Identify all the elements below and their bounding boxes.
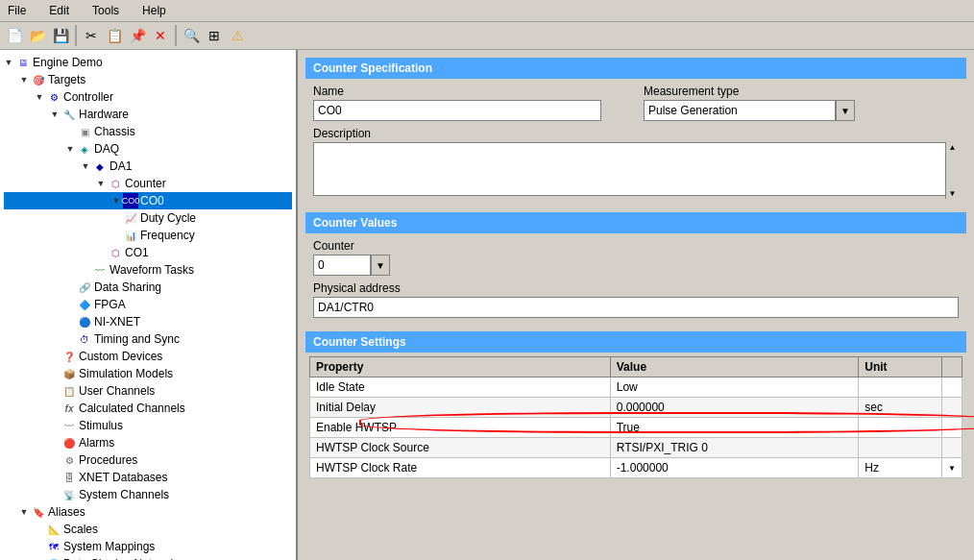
tree-item-alarms[interactable]: ▶ 🔴 Alarms bbox=[4, 434, 292, 451]
tree-item-simulationmodels[interactable]: ▶ 📦 Simulation Models bbox=[4, 365, 292, 382]
tree-item-dutycycle[interactable]: ▶ 📈 Duty Cycle bbox=[4, 209, 292, 227]
tree-label: Simulation Models bbox=[79, 367, 173, 380]
tree-item-hardware[interactable]: ▼ 🔧 Hardware bbox=[4, 106, 292, 123]
paste-button[interactable]: 📌 bbox=[127, 25, 148, 46]
tree-item-procedures[interactable]: ▶ ⚙ Procedures bbox=[4, 451, 292, 469]
tree-item-datasharingnetwork[interactable]: ▶ 🌐 Data Sharing Network bbox=[4, 555, 292, 560]
tree-item-engine-demo[interactable]: ▼ 🖥 Engine Demo bbox=[4, 54, 292, 71]
target-icon: 🎯 bbox=[31, 72, 46, 87]
counter-icon: ⬡ bbox=[108, 176, 123, 191]
tree-item-da1[interactable]: ▼ ◆ DA1 bbox=[4, 158, 292, 175]
physical-address-input[interactable] bbox=[313, 297, 959, 318]
tree-item-co1[interactable]: ▶ ⬡ CO1 bbox=[4, 244, 292, 261]
tree-item-customdevices[interactable]: ▶ ❓ Custom Devices bbox=[4, 348, 292, 365]
find-button[interactable]: 🔍 bbox=[181, 25, 202, 46]
value-cell: RTSI/PXI_TRIG 0 bbox=[610, 438, 859, 458]
tree-label: NI-XNET bbox=[94, 315, 140, 329]
tree-item-scales[interactable]: ▶ 📐 Scales bbox=[4, 521, 292, 538]
tree-item-timingsync[interactable]: ▶ ⏱ Timing and Sync bbox=[4, 330, 292, 348]
tree-label: Targets bbox=[48, 73, 85, 86]
physical-address-group: Physical address bbox=[313, 281, 959, 318]
counter-field-group: Counter ▼ bbox=[313, 239, 959, 276]
tree-label: XNET Databases bbox=[79, 471, 168, 484]
tree-item-calculatedchannels[interactable]: ▶ fx Calculated Channels bbox=[4, 400, 292, 417]
tree-label: Aliases bbox=[48, 505, 85, 519]
tree-item-frequency[interactable]: ▶ 📊 Frequency bbox=[4, 227, 292, 244]
menu-tools[interactable]: Tools bbox=[88, 2, 123, 19]
menu-help[interactable]: Help bbox=[138, 2, 170, 19]
menu-file[interactable]: File bbox=[4, 2, 30, 19]
measurement-type-input[interactable] bbox=[644, 100, 836, 121]
table-row[interactable]: Initial Delay 0.000000 sec bbox=[310, 398, 962, 418]
counter-dropdown-btn[interactable]: ▼ bbox=[371, 255, 390, 276]
open-button[interactable]: 📂 bbox=[27, 25, 48, 46]
tree-item-datasharing[interactable]: ▶ 🔗 Data Sharing bbox=[4, 279, 292, 296]
tree-label: Frequency bbox=[140, 229, 195, 242]
alarms-icon: 🔴 bbox=[61, 435, 77, 450]
new-button[interactable]: 📄 bbox=[4, 25, 25, 46]
name-input[interactable] bbox=[313, 100, 601, 121]
tree-item-userchannels[interactable]: ▶ 📋 User Channels bbox=[4, 382, 292, 400]
cut-button[interactable]: ✂ bbox=[81, 25, 102, 46]
tree-item-waveformtasks[interactable]: ▶ 〰 Waveform Tasks bbox=[4, 261, 292, 279]
scroll-up-arrow[interactable]: ▲ bbox=[949, 143, 957, 152]
menu-edit[interactable]: Edit bbox=[45, 2, 73, 19]
tree-item-systemmappings[interactable]: ▶ 🗺 System Mappings bbox=[4, 538, 292, 555]
tree-item-nixnet[interactable]: ▶ 🔵 NI-XNET bbox=[4, 313, 292, 330]
physical-address-label: Physical address bbox=[313, 281, 959, 295]
expand-arrow: ▼ bbox=[65, 144, 75, 154]
expand-arrow: ▼ bbox=[19, 75, 29, 85]
tree-label: Custom Devices bbox=[79, 350, 162, 363]
table-row-enable-hwtsp[interactable]: Enable HWTSP True bbox=[310, 418, 962, 438]
name-field-group: Name bbox=[313, 85, 628, 121]
expand-arrow: ▼ bbox=[96, 179, 106, 188]
expand-arrow: ▼ bbox=[111, 196, 121, 206]
counter-values-section: Counter Values Counter ▼ Physical addres… bbox=[305, 212, 966, 324]
counter-settings-header: Counter Settings bbox=[305, 331, 966, 353]
grid-button[interactable]: ⊞ bbox=[204, 25, 225, 46]
description-textarea[interactable] bbox=[313, 142, 959, 196]
property-cell: Idle State bbox=[310, 377, 611, 398]
tree-item-targets[interactable]: ▼ 🎯 Targets bbox=[4, 71, 292, 88]
delete-button[interactable]: ✕ bbox=[150, 25, 171, 46]
expand-arrow: ▼ bbox=[35, 92, 44, 102]
tree-item-aliases[interactable]: ▼ 🔖 Aliases bbox=[4, 503, 292, 521]
table-row[interactable]: HWTSP Clock Rate -1.000000 Hz ▼ bbox=[310, 458, 962, 478]
tree-item-stimulus[interactable]: ▶ 〰 Stimulus bbox=[4, 417, 292, 434]
computer-icon: 🖥 bbox=[15, 55, 31, 70]
tree-item-fpga[interactable]: ▶ 🔷 FPGA bbox=[4, 296, 292, 313]
value-cell: Low bbox=[610, 377, 859, 398]
table-scroll-down-arrow[interactable]: ▼ bbox=[948, 464, 956, 473]
value-cell: -1.000000 bbox=[610, 458, 859, 478]
warning-button[interactable]: ⚠ bbox=[227, 25, 248, 46]
measurement-type-select-wrap: ▼ bbox=[644, 100, 959, 121]
tree-label: Procedures bbox=[79, 453, 137, 467]
tree-item-chassis[interactable]: ▶ ▣ Chassis bbox=[4, 123, 292, 140]
tree-item-co0[interactable]: ▼ CO0 CO0 bbox=[4, 192, 292, 209]
unit-cell bbox=[859, 438, 942, 458]
frequency-icon: 📊 bbox=[123, 228, 138, 243]
description-scrollbar[interactable]: ▲ ▼ bbox=[945, 142, 959, 199]
property-cell: Initial Delay bbox=[310, 398, 611, 418]
tree-item-controller[interactable]: ▼ ⚙ Controller bbox=[4, 88, 292, 106]
counter-spec-header: Counter Specification bbox=[305, 58, 966, 79]
save-button[interactable]: 💾 bbox=[50, 25, 71, 46]
scroll-cell bbox=[942, 438, 962, 458]
copy-button[interactable]: 📋 bbox=[104, 25, 125, 46]
tree-label: System Mappings bbox=[63, 540, 155, 553]
tree-item-daq[interactable]: ▼ ◈ DAQ bbox=[4, 140, 292, 158]
counter-spec-name-row: Name Measurement type ▼ bbox=[313, 85, 959, 121]
table-row[interactable]: HWTSP Clock Source RTSI/PXI_TRIG 0 bbox=[310, 438, 962, 458]
tree-item-xnetdatabases[interactable]: ▶ 🗄 XNET Databases bbox=[4, 469, 292, 486]
scroll-down-arrow[interactable]: ▼ bbox=[949, 189, 957, 198]
tree-item-systemchannels[interactable]: ▶ 📡 System Channels bbox=[4, 486, 292, 503]
tree-label: Alarms bbox=[79, 436, 114, 450]
tree-label: Stimulus bbox=[79, 419, 123, 432]
table-row[interactable]: Idle State Low bbox=[310, 377, 962, 398]
measurement-type-dropdown-btn[interactable]: ▼ bbox=[836, 100, 855, 121]
tree-item-counter[interactable]: ▼ ⬡ Counter bbox=[4, 175, 292, 192]
unit-cell bbox=[859, 377, 942, 398]
tree-label: User Channels bbox=[79, 384, 155, 398]
counter-label: Counter bbox=[313, 239, 959, 253]
counter-input[interactable] bbox=[313, 255, 371, 276]
